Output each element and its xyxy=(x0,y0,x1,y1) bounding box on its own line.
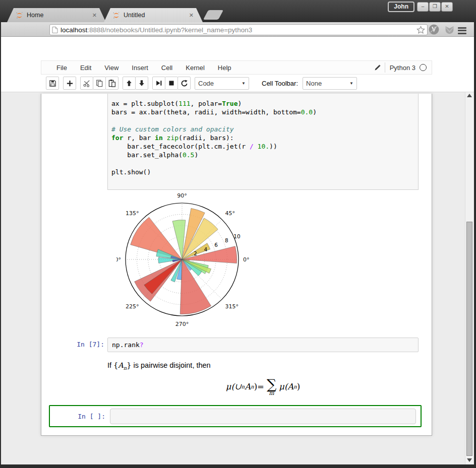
math-formula: μ(∪nAn) = ∑mμ(An) xyxy=(107,378,419,396)
jupyter-header: jupyter Untitled (unsaved changes) xyxy=(0,37,476,60)
jupyter-favicon-icon xyxy=(112,12,120,19)
scrollbar-up-arrow[interactable] xyxy=(467,94,472,97)
run-cell-icon xyxy=(155,80,162,87)
markdown-cell[interactable]: If {An} is pairwise disjoint, then μ(∪nA… xyxy=(107,361,419,396)
angle-tick-label: 270° xyxy=(175,321,189,327)
edit-mode-pencil-icon xyxy=(374,64,381,71)
window-titlebar: John – ❒ ✕ Home ✕ Untitled ✕ xyxy=(0,0,476,22)
angle-tick-label: 45° xyxy=(225,210,235,217)
r-tick-label: 2 xyxy=(194,250,197,256)
restart-kernel-button[interactable] xyxy=(177,77,191,90)
query-cell-input[interactable]: np.rank? xyxy=(107,338,419,352)
insert-cell-below-button[interactable] xyxy=(63,77,76,90)
code-line: for r, bar in zip(radii, bars): xyxy=(111,133,414,142)
r-tick-label: 6 xyxy=(214,242,218,248)
page-icon xyxy=(52,26,58,34)
empty-cell-input[interactable] xyxy=(110,409,416,424)
window-frame-bottom xyxy=(0,464,476,468)
code-cell-input[interactable]: ax = plt.subplot(111, polar=True)bars = … xyxy=(107,94,419,190)
notebook-container: ax = plt.subplot(111, polar=True)bars = … xyxy=(41,94,432,436)
menu-item-edit[interactable]: Edit xyxy=(74,64,98,72)
cell-toolbar-label: Cell Toolbar: xyxy=(262,80,298,87)
angle-tick-label: 90° xyxy=(177,193,187,199)
polar-chart-output: 2468100°45°90°135°180°225°270°315° xyxy=(116,193,253,328)
menubar: FileEditViewInsertCellKernelHelp Python … xyxy=(41,60,432,75)
move-cell-up-button[interactable] xyxy=(123,77,136,90)
angle-tick-label: 225° xyxy=(126,303,139,310)
extension-mask-icon[interactable] xyxy=(444,25,455,37)
save-button[interactable] xyxy=(46,77,59,90)
code-line: bar.set_facecolor(plt.cm.jet(r / 10.)) xyxy=(111,142,414,151)
run-cell-button[interactable] xyxy=(152,77,165,90)
paste-cell-button[interactable] xyxy=(105,77,118,90)
tab-close-icon[interactable]: ✕ xyxy=(189,12,194,19)
move-cell-up-icon xyxy=(126,80,133,87)
cell-type-value: Code xyxy=(198,80,214,87)
scrollbar-down-arrow[interactable] xyxy=(467,458,472,462)
cell-toolbar-select[interactable]: None ▼ xyxy=(303,77,357,90)
notebook-page: ax = plt.subplot(111, polar=True)bars = … xyxy=(0,92,476,464)
cut-cell-button[interactable] xyxy=(80,77,93,90)
browser-menu-icon[interactable] xyxy=(458,26,466,35)
window-close-button[interactable]: ✕ xyxy=(441,2,453,12)
window-frame-right xyxy=(474,22,476,468)
kernel-status-icon xyxy=(420,64,427,71)
sigma-symbol: ∑ xyxy=(267,378,276,390)
tab-close-icon[interactable]: ✕ xyxy=(92,12,97,19)
window-minimize-button[interactable]: – xyxy=(417,2,429,12)
menu-item-cell[interactable]: Cell xyxy=(155,64,179,72)
code-line: plt.show() xyxy=(111,168,414,176)
menu-item-file[interactable]: File xyxy=(50,64,74,72)
tab-home[interactable]: Home ✕ xyxy=(7,8,106,22)
kernel-name: Python 3 xyxy=(390,64,415,72)
restart-kernel-icon xyxy=(181,80,188,87)
bookmark-star-icon[interactable] xyxy=(416,26,425,34)
menubar-divider xyxy=(385,62,385,73)
chevron-down-icon: ▼ xyxy=(242,81,246,86)
cut-cell-icon xyxy=(83,79,91,87)
menu-item-kernel[interactable]: Kernel xyxy=(179,64,211,72)
window-maximize-button[interactable]: ❒ xyxy=(429,2,441,12)
address-bar[interactable]: localhost:8888/notebooks/Untitled.ipynb?… xyxy=(49,24,428,35)
input-prompt: In [7]: xyxy=(41,341,104,348)
save-icon xyxy=(49,80,56,87)
paste-cell-icon xyxy=(108,79,116,87)
angle-tick-label: 135° xyxy=(126,210,139,217)
window-user-label: John xyxy=(388,2,414,12)
insert-cell-below-icon xyxy=(66,80,74,87)
code-line: ax = plt.subplot(111, polar=True) xyxy=(111,99,414,108)
interrupt-kernel-button[interactable] xyxy=(165,77,178,90)
code-line: bars = ax.bar(theta, radii, width=width,… xyxy=(111,108,414,116)
r-tick-label: 10 xyxy=(233,233,240,239)
new-tab-button[interactable] xyxy=(203,10,223,20)
menu-item-insert[interactable]: Insert xyxy=(125,64,155,72)
angle-tick-label: 180° xyxy=(116,256,121,263)
markdown-text: If {An} is pairwise disjoint, then xyxy=(107,361,419,371)
chevron-down-icon: ▼ xyxy=(349,81,353,86)
copy-cell-icon xyxy=(95,79,103,87)
tab-untitled[interactable]: Untitled ✕ xyxy=(104,8,203,22)
angle-tick-label: 315° xyxy=(225,303,239,310)
cell-type-select[interactable]: Code ▼ xyxy=(195,77,249,90)
code-line: np.rank? xyxy=(112,341,414,349)
url-path: :8888/notebooks/Untitled.ipynb?kernel_na… xyxy=(87,26,252,34)
angle-tick-label: 0° xyxy=(243,256,250,263)
url-host: localhost xyxy=(61,26,87,34)
code-line: # Use custom colors and opacity xyxy=(111,125,414,133)
r-tick-label: 8 xyxy=(225,237,228,243)
selected-empty-cell[interactable]: In [ ]: xyxy=(49,405,422,427)
menu-item-help[interactable]: Help xyxy=(211,64,238,72)
menu-item-view[interactable]: View xyxy=(98,64,125,72)
cell-toolbar-value: None xyxy=(306,80,322,87)
interrupt-kernel-icon xyxy=(168,80,175,87)
scrollbar-thumb[interactable] xyxy=(466,222,472,456)
input-prompt: In [ ]: xyxy=(50,413,110,420)
copy-cell-button[interactable] xyxy=(93,77,106,90)
query-cell-source[interactable]: np.rank? xyxy=(108,338,418,352)
move-cell-down-icon xyxy=(138,80,145,87)
extension-v-icon[interactable] xyxy=(428,24,440,37)
code-cell-source[interactable]: ax = plt.subplot(111, polar=True)bars = … xyxy=(108,94,418,182)
window-frame-left xyxy=(0,22,1,468)
code-line xyxy=(111,159,414,168)
move-cell-down-button[interactable] xyxy=(135,77,148,90)
